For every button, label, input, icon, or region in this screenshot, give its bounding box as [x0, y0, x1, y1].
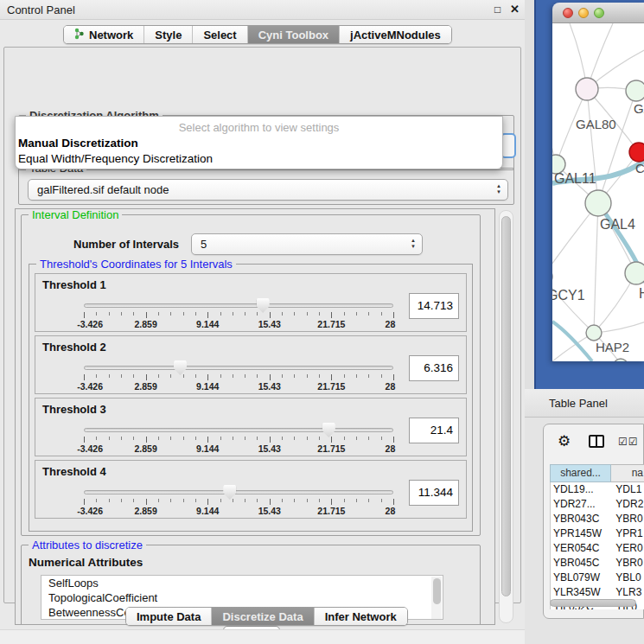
table-row[interactable]: YBR045CYBR0	[551, 556, 644, 571]
slider-thumb[interactable]	[322, 423, 335, 437]
tab-style-label: Style	[155, 29, 182, 41]
tab-infer-network[interactable]: Infer Network	[315, 608, 407, 625]
node-label: C	[635, 161, 644, 175]
table-horizontal-scrollbar[interactable]	[550, 599, 640, 608]
threshold-2-label: Threshold 2	[42, 341, 106, 354]
slider-track[interactable]	[84, 428, 393, 432]
numerical-attributes-label: Numerical Attributes	[29, 556, 143, 569]
threshold-4-slider[interactable]: -3.4262.8599.14415.4321.71528	[84, 483, 393, 518]
tab-style[interactable]: Style	[144, 26, 193, 43]
number-of-intervals-combo[interactable]: 5 ▲▼	[191, 233, 423, 255]
tab-discretize-data[interactable]: Discretize Data	[212, 608, 314, 625]
close-traffic-light-icon[interactable]	[563, 8, 573, 18]
zoom-traffic-light-icon[interactable]	[594, 8, 604, 18]
panel-divider[interactable]	[525, 0, 534, 389]
slider-track[interactable]	[84, 366, 393, 370]
threshold-1-value-field[interactable]: 14.713	[409, 293, 459, 319]
node-highlighted[interactable]	[629, 143, 644, 162]
threshold-1-slider[interactable]: -3.4262.8599.14415.4321.71528	[84, 296, 393, 331]
slider-track[interactable]	[84, 490, 393, 494]
combo-stepper-icon: ▲▼	[496, 183, 501, 195]
columns-icon[interactable]	[589, 435, 604, 448]
algorithm-dropdown-popup: Select algorithm to view settings Manual…	[15, 116, 503, 169]
float-window-icon[interactable]: □	[494, 3, 501, 16]
threshold-3-slider[interactable]: -3.4262.8599.14415.4321.71528	[84, 421, 393, 456]
tab-network[interactable]: Network	[64, 26, 144, 43]
slider-major-ticks	[84, 437, 394, 443]
column-header-shared[interactable]: shared...	[550, 464, 611, 482]
table-row[interactable]: YER054CYER0	[551, 541, 644, 556]
network-canvas[interactable]: GAL80 GA C GAL11 GAL4 GCY1 H HAP2	[552, 23, 644, 361]
checkbox-filter-icon[interactable]: ☑☑	[618, 436, 639, 448]
network-window-titlebar[interactable]	[552, 3, 644, 23]
number-of-intervals-value: 5	[201, 238, 207, 251]
column-header-name[interactable]: na	[611, 464, 644, 482]
table-data-combo-value: galFiltered.sif default node	[37, 183, 169, 196]
tab-jactivemnodules[interactable]: jActiveMNodules	[340, 26, 451, 43]
panel-title: Control Panel	[7, 3, 75, 16]
table-row[interactable]: YDR27...YDR2	[551, 497, 644, 512]
scrollbar-thumb[interactable]	[501, 216, 511, 596]
settings-scrollbar[interactable]	[499, 210, 513, 623]
tab-select-label: Select	[203, 29, 236, 41]
slider-major-ticks	[84, 312, 394, 318]
table-toolbar: ⚙ ☑☑	[544, 424, 644, 459]
network-desktop: GAL80 GA C GAL11 GAL4 GCY1 H HAP2	[534, 0, 644, 389]
table-row[interactable]: YPR145WYPR1	[551, 526, 644, 541]
node-label: HAP2	[596, 340, 629, 354]
table-header-row: shared... na	[550, 464, 644, 482]
tab-impute-data[interactable]: Impute Data	[126, 608, 212, 625]
slider-track[interactable]	[84, 303, 393, 308]
slider-scale-labels: -3.4262.8599.14415.4321.71528	[84, 319, 393, 329]
slider-thumb[interactable]	[223, 485, 236, 500]
table-data-combo[interactable]: galFiltered.sif default node ▲▼	[28, 179, 508, 201]
tab-network-label: Network	[89, 29, 133, 41]
node-partial[interactable]	[614, 359, 628, 361]
node-h[interactable]	[625, 262, 644, 284]
cyni-toolbox-panel: Discretization Algorithm Select algorith…	[3, 47, 521, 603]
node-label: GAL80	[576, 117, 616, 131]
scrollbar-thumb[interactable]	[550, 599, 636, 607]
tab-infer-network-label: Infer Network	[325, 610, 397, 623]
node-hap2[interactable]	[586, 325, 602, 341]
node-gal4[interactable]	[585, 190, 611, 216]
table-row[interactable]: YDL19...YDL1	[551, 482, 644, 497]
table-row[interactable]: YLR345WYLR3	[551, 585, 644, 600]
threshold-2-value-field[interactable]: 6.316	[409, 355, 459, 381]
slider-thumb[interactable]	[174, 360, 187, 375]
threshold-1-panel: Threshold 1 -3.4262.8599.14415.4321.7152…	[35, 273, 467, 332]
slider-scale-labels: -3.4262.8599.14415.4321.71528	[84, 443, 393, 454]
toolbox-tab-bar: Network Style Select Cyni Toolbox jActiv…	[63, 25, 452, 44]
popup-hint-text: Select algorithm to view settings	[16, 121, 502, 134]
gear-icon[interactable]: ⚙	[558, 432, 571, 450]
table-row[interactable]: YBL079WYBL0	[551, 571, 644, 585]
threshold-3-value-field[interactable]: 21.4	[409, 418, 459, 443]
list-scrollbar[interactable]	[431, 577, 442, 620]
number-of-intervals-label: Number of Intervals	[73, 238, 179, 251]
node-label: GAL11	[554, 171, 596, 186]
threshold-4-value-field[interactable]: 11.344	[409, 480, 459, 506]
table-panel-titlebar: Table Panel	[525, 389, 644, 418]
table-panel-body: ⚙ ☑☑ shared... na YDL19...YDL1 YDR27...Y…	[543, 424, 644, 619]
slider-major-ticks	[84, 374, 394, 380]
threshold-2-slider[interactable]: -3.4262.8599.14415.4321.71528	[84, 359, 393, 393]
popup-option-equal-width[interactable]: Equal Width/Frequency Discretization	[18, 152, 213, 165]
list-item[interactable]: SelfLoops	[41, 576, 443, 590]
tab-select[interactable]: Select	[193, 26, 247, 43]
slider-thumb[interactable]	[257, 298, 270, 313]
slider-major-ticks	[84, 499, 394, 505]
tab-cyni-toolbox[interactable]: Cyni Toolbox	[248, 26, 340, 43]
network-view-window[interactable]: GAL80 GA C GAL11 GAL4 GCY1 H HAP2	[552, 3, 644, 361]
minimize-traffic-light-icon[interactable]	[578, 8, 589, 18]
node-label: GA	[634, 101, 644, 116]
interval-definition-title: Interval Definition	[29, 208, 122, 221]
threshold-4-panel: Threshold 4 -3.4262.8599.14415.4321.7152…	[35, 460, 467, 519]
close-icon[interactable]: ✕	[510, 3, 520, 16]
tab-discretize-data-label: Discretize Data	[222, 610, 303, 623]
table-row[interactable]: YBR043CYBR0	[551, 512, 644, 526]
tab-impute-data-label: Impute Data	[137, 610, 201, 623]
popup-option-manual[interactable]: Manual Discretization	[18, 137, 138, 150]
list-item[interactable]: TopologicalCoefficient	[41, 590, 443, 605]
node-ga[interactable]	[626, 80, 644, 101]
node-gal80[interactable]	[576, 78, 598, 100]
